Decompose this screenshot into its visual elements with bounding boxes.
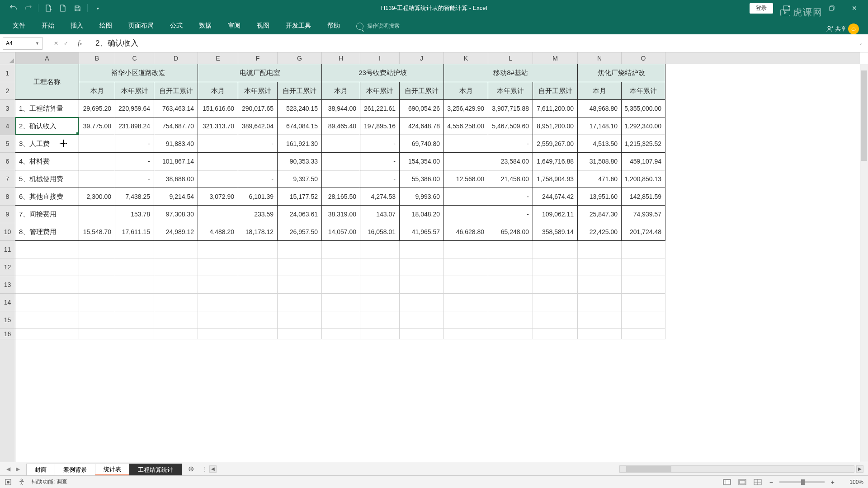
data-cell[interactable]: 25,847.30 bbox=[578, 206, 622, 223]
sub-header[interactable]: 本月 bbox=[322, 82, 360, 100]
empty-cell[interactable] bbox=[322, 294, 360, 311]
data-cell[interactable]: 321,313.70 bbox=[198, 117, 238, 135]
tab-data[interactable]: 数据 bbox=[191, 17, 220, 34]
data-cell[interactable]: 674,084.15 bbox=[278, 117, 322, 135]
sub-header[interactable]: 本年累计 bbox=[622, 82, 665, 100]
empty-cell[interactable] bbox=[622, 294, 665, 311]
empty-cell[interactable] bbox=[238, 294, 278, 311]
tab-file[interactable]: 文件 bbox=[5, 17, 33, 34]
data-cell[interactable]: 9,993.60 bbox=[400, 188, 444, 206]
sub-header[interactable]: 本年累计 bbox=[238, 82, 278, 100]
group-header[interactable]: 电缆厂配电室 bbox=[198, 64, 322, 82]
row-header-13[interactable]: 13 bbox=[0, 276, 15, 294]
data-cell[interactable] bbox=[79, 135, 115, 153]
data-cell[interactable]: 9,397.50 bbox=[278, 170, 322, 188]
data-cell[interactable] bbox=[198, 206, 238, 223]
tab-formulas[interactable]: 公式 bbox=[162, 17, 191, 34]
empty-cell[interactable] bbox=[154, 276, 198, 294]
data-cell[interactable]: 9,214.54 bbox=[154, 188, 198, 206]
data-cell[interactable]: 5,467,509.60 bbox=[488, 117, 533, 135]
empty-cell[interactable] bbox=[15, 294, 79, 311]
data-cell[interactable]: 65,248.00 bbox=[488, 223, 533, 241]
empty-cell[interactable] bbox=[488, 241, 533, 258]
empty-cell[interactable] bbox=[15, 329, 79, 339]
data-cell[interactable]: - bbox=[115, 135, 154, 153]
data-cell[interactable]: 142,851.59 bbox=[622, 188, 665, 206]
redo-icon[interactable] bbox=[24, 4, 33, 13]
data-cell[interactable]: 22,425.00 bbox=[578, 223, 622, 241]
data-cell[interactable] bbox=[322, 135, 360, 153]
data-cell[interactable] bbox=[198, 135, 238, 153]
empty-cell[interactable] bbox=[533, 329, 578, 339]
data-cell[interactable] bbox=[198, 153, 238, 170]
empty-cell[interactable] bbox=[115, 276, 154, 294]
undo-icon[interactable] bbox=[9, 4, 18, 13]
col-header-I[interactable]: I bbox=[360, 52, 400, 64]
data-cell[interactable] bbox=[322, 170, 360, 188]
empty-cell[interactable] bbox=[278, 258, 322, 276]
empty-cell[interactable] bbox=[444, 241, 488, 258]
fx-icon[interactable]: fx bbox=[73, 37, 86, 50]
data-cell[interactable]: 38,688.00 bbox=[154, 170, 198, 188]
data-cell[interactable]: 1,649,716.88 bbox=[533, 153, 578, 170]
empty-cell[interactable] bbox=[198, 258, 238, 276]
sub-header[interactable]: 自开工累计 bbox=[533, 82, 578, 100]
data-cell[interactable] bbox=[198, 170, 238, 188]
data-cell[interactable]: 26,957.50 bbox=[278, 223, 322, 241]
tell-me-search[interactable]: 操作说明搜索 bbox=[348, 18, 408, 34]
empty-cell[interactable] bbox=[238, 276, 278, 294]
data-cell[interactable]: 244,674.42 bbox=[533, 188, 578, 206]
row-header-16[interactable]: 16 bbox=[0, 329, 15, 339]
name-box[interactable]: A4 ▼ bbox=[3, 37, 42, 50]
empty-cell[interactable] bbox=[622, 258, 665, 276]
empty-cell[interactable] bbox=[488, 294, 533, 311]
normal-view-icon[interactable] bbox=[722, 478, 732, 487]
cells-area[interactable]: 工程名称裕华小区道路改造电缆厂配电室23号收费站护坡移动8#基站焦化厂烧结炉改本… bbox=[15, 64, 860, 462]
empty-cell[interactable] bbox=[578, 241, 622, 258]
sub-header[interactable]: 本月 bbox=[198, 82, 238, 100]
sub-header[interactable]: 本年累计 bbox=[488, 82, 533, 100]
empty-cell[interactable] bbox=[400, 258, 444, 276]
data-cell[interactable]: 3,072.90 bbox=[198, 188, 238, 206]
empty-cell[interactable] bbox=[154, 241, 198, 258]
data-cell[interactable]: - bbox=[488, 135, 533, 153]
sub-header[interactable]: 本月 bbox=[444, 82, 488, 100]
sub-header[interactable]: 本月 bbox=[79, 82, 115, 100]
data-cell[interactable]: 41,965.57 bbox=[400, 223, 444, 241]
data-cell[interactable]: 4,274.53 bbox=[360, 188, 400, 206]
empty-cell[interactable] bbox=[154, 258, 198, 276]
empty-cell[interactable] bbox=[238, 311, 278, 329]
data-cell[interactable]: 201,724.48 bbox=[622, 223, 665, 241]
maximize-icon[interactable] bbox=[823, 0, 841, 16]
group-header[interactable]: 23号收费站护坡 bbox=[322, 64, 444, 82]
empty-cell[interactable] bbox=[198, 241, 238, 258]
empty-cell[interactable] bbox=[322, 329, 360, 339]
empty-cell[interactable] bbox=[533, 241, 578, 258]
empty-cell[interactable] bbox=[578, 258, 622, 276]
group-header[interactable]: 焦化厂烧结炉改 bbox=[578, 64, 665, 82]
new-file-icon[interactable] bbox=[44, 4, 53, 13]
row-label[interactable]: 6、其他直接费 bbox=[15, 188, 79, 206]
empty-cell[interactable] bbox=[79, 311, 115, 329]
row-header-15[interactable]: 15 bbox=[0, 311, 15, 329]
empty-cell[interactable] bbox=[533, 294, 578, 311]
row-header-3[interactable]: 3 bbox=[0, 100, 15, 117]
col-header-B[interactable]: B bbox=[79, 52, 115, 64]
empty-cell[interactable] bbox=[198, 294, 238, 311]
tab-insert[interactable]: 插入 bbox=[62, 17, 91, 34]
data-cell[interactable]: 15,177.52 bbox=[278, 188, 322, 206]
tab-page-layout[interactable]: 页面布局 bbox=[120, 17, 162, 34]
data-cell[interactable] bbox=[444, 135, 488, 153]
empty-cell[interactable] bbox=[278, 276, 322, 294]
zoom-level[interactable]: 100% bbox=[841, 479, 863, 485]
empty-cell[interactable] bbox=[115, 329, 154, 339]
data-cell[interactable]: 23,584.00 bbox=[488, 153, 533, 170]
empty-cell[interactable] bbox=[198, 276, 238, 294]
col-header-G[interactable]: G bbox=[278, 52, 322, 64]
col-header-J[interactable]: J bbox=[400, 52, 444, 64]
data-cell[interactable]: 1,292,340.00 bbox=[622, 117, 665, 135]
data-cell[interactable]: - bbox=[238, 170, 278, 188]
data-cell[interactable]: 7,611,200.00 bbox=[533, 100, 578, 117]
empty-cell[interactable] bbox=[488, 311, 533, 329]
row-label[interactable]: 3、人工费 bbox=[15, 135, 79, 153]
